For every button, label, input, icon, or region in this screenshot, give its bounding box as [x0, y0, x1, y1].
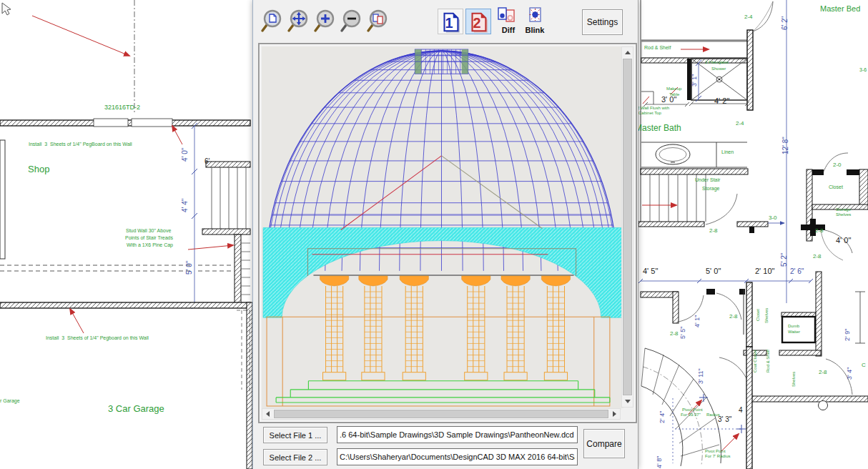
wall [641, 169, 748, 174]
wall [859, 169, 868, 209]
compare-toolbar: 1 2 Diff [253, 0, 638, 41]
red-leader [671, 87, 678, 94]
column-circle [819, 401, 828, 410]
red-leader [643, 97, 649, 104]
mouse-cursor-icon [2, 3, 11, 15]
wall [202, 229, 250, 234]
wall [235, 234, 241, 305]
red-leader-arrow [70, 309, 84, 333]
zoom-out-icon [340, 9, 365, 34]
wall [751, 396, 868, 402]
zoom-in-button[interactable] [313, 9, 338, 34]
view-file-2-button[interactable]: 2 [465, 9, 491, 34]
scroll-up-button[interactable] [622, 47, 633, 58]
dimension-bracket [855, 292, 865, 343]
svg-text:2: 2 [473, 15, 480, 31]
horizontal-scroll-thumb[interactable] [274, 410, 608, 418]
red-leader-arrow [172, 126, 182, 144]
horizontal-scrollbar[interactable] [262, 408, 621, 420]
red-leader-arrow [688, 400, 701, 415]
vertical-scrollbar[interactable] [621, 46, 633, 408]
diff-label: Diff [495, 26, 522, 34]
preview-panel [258, 43, 637, 423]
door-swing [706, 194, 737, 224]
wall [0, 302, 250, 308]
stair-treads [650, 174, 706, 222]
door-swing [824, 153, 848, 172]
zoom-compare-icon [366, 9, 391, 34]
stair-treads [241, 243, 250, 295]
diff-button[interactable]: Diff [495, 6, 522, 34]
window [132, 119, 172, 127]
scroll-right-button[interactable] [609, 409, 620, 419]
preview-canvas [262, 46, 623, 410]
door-swing [825, 230, 852, 253]
door-swing [716, 293, 741, 320]
zoom-compare-button[interactable] [366, 9, 391, 34]
wall [641, 292, 678, 297]
red-leader-arrow [721, 434, 739, 452]
wall [816, 272, 822, 356]
wall [673, 292, 679, 323]
file-2-path-input[interactable] [337, 448, 578, 465]
wall [687, 59, 691, 100]
wall [737, 222, 768, 227]
right-sheet [638, 0, 868, 469]
pantheon-wireframe [262, 46, 623, 410]
wall [746, 347, 752, 469]
zoom-full-page-button[interactable] [260, 9, 285, 34]
settings-button[interactable]: Settings [582, 9, 623, 35]
blink-icon [523, 6, 547, 24]
door-swing [826, 359, 852, 395]
red-leader-arrow [188, 245, 233, 250]
wall [638, 222, 704, 227]
door-swing [821, 230, 843, 260]
door-swing [753, 1, 773, 31]
left-arrow-icon [266, 411, 270, 417]
wall [206, 162, 250, 167]
left-sheet [0, 0, 252, 469]
zoom-extents-icon [287, 9, 312, 34]
scroll-down-button[interactable] [622, 396, 633, 407]
zoom-extents-button[interactable] [287, 9, 312, 34]
select-file-2-button[interactable]: Select File 2 ... [263, 449, 327, 465]
pivot-cross [699, 394, 746, 433]
compare-dialog: 1 2 Diff [252, 0, 638, 469]
zoom-full-page-icon [260, 9, 285, 34]
wall [247, 302, 252, 469]
zoom-in-icon [313, 9, 338, 34]
stair-treads [641, 348, 719, 456]
wall [747, 30, 753, 110]
blink-label: Blink [521, 26, 548, 34]
right-arrow-icon [613, 411, 616, 417]
wall [779, 350, 821, 355]
compare-button[interactable]: Compare [583, 429, 625, 458]
blink-button[interactable]: Blink [521, 6, 548, 34]
wall [746, 282, 752, 347]
zoom-out-button[interactable] [340, 9, 365, 34]
file-1-icon: 1 [438, 9, 463, 34]
up-arrow-icon [625, 51, 631, 54]
scrollbar-corner [621, 408, 633, 420]
diff-icon [496, 6, 521, 24]
down-arrow-icon [625, 400, 631, 403]
scroll-left-button[interactable] [262, 409, 273, 419]
vertical-scroll-thumb[interactable] [623, 59, 632, 395]
window [94, 119, 128, 127]
wall [812, 204, 868, 209]
svg-text:1: 1 [445, 15, 453, 31]
dimension-line [646, 104, 747, 104]
red-leader-arrow [32, 16, 129, 56]
file-1-path-input[interactable] [337, 426, 578, 443]
dumbwaiter [782, 317, 815, 342]
file-2-icon: 2 [466, 9, 490, 34]
view-file-1-button[interactable]: 1 [438, 9, 463, 34]
stair-treads [212, 167, 246, 229]
wall [0, 140, 5, 259]
select-file-1-button[interactable]: Select File 1 ... [263, 427, 327, 443]
door-swing [679, 295, 704, 322]
dimension-line [673, 398, 741, 463]
garage-door-track [0, 265, 234, 271]
